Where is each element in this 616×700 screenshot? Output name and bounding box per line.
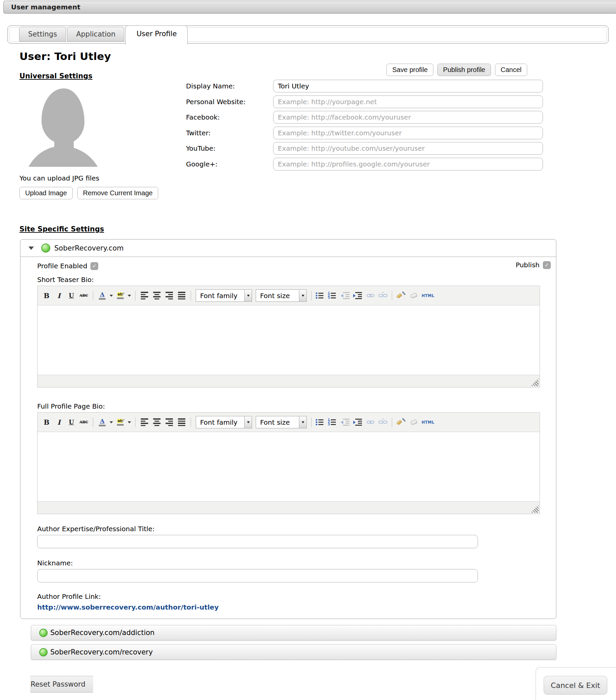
chevron-down-icon [299, 416, 306, 428]
numbered-list-icon[interactable] [328, 290, 339, 301]
strikethrough-button[interactable]: ABC [78, 417, 89, 428]
avatar-silhouette-shoulders [23, 146, 103, 167]
font-family-select[interactable]: Font family [196, 416, 252, 428]
window-title-bar: User management [3, 1, 616, 13]
link-icon[interactable] [365, 290, 376, 301]
display-name-label: Display Name: [186, 82, 273, 90]
universal-form: Display Name: Personal Website: Facebook… [186, 80, 543, 173]
full-bio-label: Full Profile Page Bio: [37, 402, 540, 410]
toolbar-separator [311, 291, 312, 300]
link-icon[interactable] [365, 417, 376, 428]
chevron-down-icon [244, 416, 252, 428]
eraser-icon[interactable] [408, 290, 419, 301]
italic-button[interactable]: I [53, 290, 65, 301]
highlight-color-button[interactable]: ab [115, 290, 126, 301]
google-plus-label: Google+: [186, 160, 273, 168]
facebook-input[interactable] [273, 111, 543, 124]
chevron-down-icon [28, 247, 34, 250]
publish-profile-button[interactable]: Publish profile [438, 64, 491, 76]
site-panel-addiction[interactable]: SoberRecovery.com/addiction [31, 625, 556, 640]
remove-image-button[interactable]: Remove Current Image [77, 187, 159, 199]
text-color-chevron-icon[interactable] [109, 417, 114, 428]
text-color-button[interactable]: A [97, 290, 108, 301]
window-title: User management [11, 3, 81, 11]
short-teaser-bio-textarea[interactable] [38, 305, 540, 375]
nickname-label: Nickname: [37, 559, 540, 567]
profile-enabled-label: Profile Enabled [37, 262, 87, 270]
cancel-exit-button[interactable]: Cancel & Exit [544, 676, 607, 695]
align-justify-icon[interactable] [176, 290, 187, 301]
highlight-color-chevron-icon[interactable] [127, 417, 132, 428]
tab-strip: Settings Application User Profile [8, 25, 608, 43]
align-right-icon[interactable] [163, 290, 175, 301]
author-title-label: Author Expertise/Professional Title: [37, 525, 540, 533]
site-panel-header[interactable]: SoberRecovery.com [21, 239, 556, 257]
outdent-icon[interactable] [340, 290, 351, 301]
profile-enabled-checkbox[interactable]: ✓ [90, 262, 98, 270]
underline-button[interactable]: U [66, 290, 77, 301]
display-name-input[interactable] [273, 80, 543, 92]
twitter-label: Twitter: [186, 129, 273, 137]
full-bio-textarea[interactable] [38, 432, 540, 501]
html-source-button[interactable]: HTML [420, 417, 436, 428]
strikethrough-button[interactable]: ABC [78, 290, 89, 301]
page-title: User: Tori Utley [20, 50, 111, 62]
tab-application[interactable]: Application [67, 27, 124, 41]
eraser-icon[interactable] [408, 417, 419, 428]
unlink-icon[interactable] [377, 417, 389, 428]
author-title-input[interactable] [37, 535, 478, 548]
upload-image-button[interactable]: Upload Image [20, 187, 73, 199]
youtube-input[interactable] [273, 142, 543, 155]
cancel-button[interactable]: Cancel [495, 64, 527, 76]
avatar [21, 86, 104, 167]
tab-user-profile[interactable]: User Profile [125, 25, 188, 45]
toolbar-separator [93, 291, 93, 300]
site-name: SoberRecovery.com [54, 244, 124, 252]
unlink-icon[interactable] [377, 290, 389, 301]
reset-password-button[interactable]: Reset Password [30, 676, 93, 692]
align-right-icon[interactable] [163, 417, 175, 428]
toolbar-separator [311, 418, 312, 427]
underline-button[interactable]: U [66, 417, 77, 428]
align-left-icon[interactable] [139, 290, 150, 301]
indent-icon[interactable] [352, 290, 364, 301]
font-size-select[interactable]: Font size [256, 289, 307, 302]
bullet-list-icon[interactable] [315, 290, 327, 301]
text-color-chevron-icon[interactable] [109, 290, 114, 301]
font-family-select[interactable]: Font family [196, 289, 252, 302]
align-center-icon[interactable] [151, 290, 162, 301]
site-name: SoberRecovery.com/addiction [50, 629, 155, 637]
editor-status-bar [38, 501, 540, 514]
toolbar-separator [191, 418, 191, 427]
numbered-list-icon[interactable] [328, 417, 339, 428]
author-profile-link[interactable]: http://www.soberrecovery.com/author/tori… [37, 603, 219, 611]
bold-button[interactable]: B [41, 290, 52, 301]
site-panel-recovery[interactable]: SoberRecovery.com/recovery [31, 645, 556, 660]
publish-checkbox[interactable]: ✓ [543, 261, 551, 269]
google-plus-input[interactable] [273, 158, 543, 171]
html-source-button[interactable]: HTML [420, 290, 436, 301]
resize-handle[interactable] [531, 505, 539, 513]
tab-settings[interactable]: Settings [19, 27, 66, 41]
nickname-input[interactable] [37, 569, 478, 583]
outdent-icon[interactable] [340, 417, 351, 428]
italic-button[interactable]: I [53, 417, 65, 428]
highlight-color-button[interactable]: ab [115, 417, 126, 428]
bullet-list-icon[interactable] [315, 417, 327, 428]
highlight-color-chevron-icon[interactable] [127, 290, 132, 301]
text-color-button[interactable]: A [97, 417, 108, 428]
cleanup-brush-icon[interactable] [395, 417, 407, 428]
align-left-icon[interactable] [139, 417, 150, 428]
indent-icon[interactable] [352, 417, 364, 428]
align-justify-icon[interactable] [176, 417, 187, 428]
personal-website-input[interactable] [273, 96, 543, 108]
align-center-icon[interactable] [151, 417, 162, 428]
cleanup-brush-icon[interactable] [395, 290, 407, 301]
twitter-input[interactable] [273, 127, 543, 139]
bold-button[interactable]: B [41, 417, 52, 428]
save-profile-button[interactable]: Save profile [386, 64, 433, 76]
toolbar-separator [135, 291, 135, 300]
resize-handle[interactable] [531, 378, 539, 386]
toolbar-separator [392, 418, 392, 427]
font-size-select[interactable]: Font size [256, 416, 307, 428]
